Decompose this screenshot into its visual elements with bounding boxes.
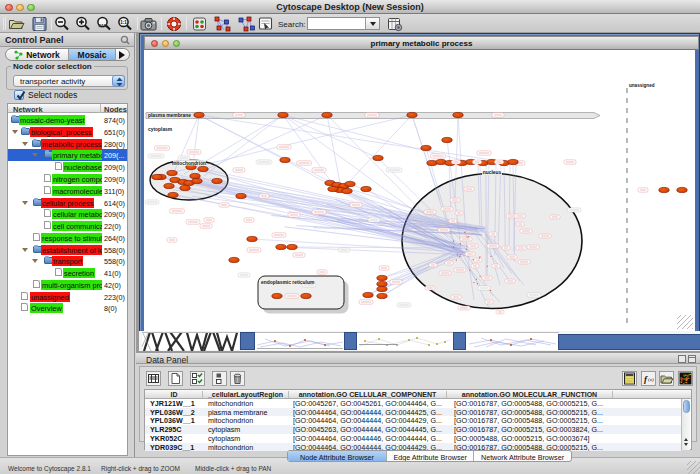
svg-text:1:1: 1:1 bbox=[120, 20, 127, 25]
svg-text:unassigned: unassigned bbox=[629, 83, 655, 88]
svg-text:endoplasmic reticulum: endoplasmic reticulum bbox=[261, 280, 315, 285]
svg-text:plasma membrane: plasma membrane bbox=[148, 113, 191, 118]
svg-text:cytoplasm: cytoplasm bbox=[148, 127, 173, 132]
svg-text:nucleus: nucleus bbox=[483, 170, 502, 175]
svg-text:(x): (x) bbox=[648, 377, 654, 382]
svg-text:mitochondrion: mitochondrion bbox=[172, 161, 206, 166]
